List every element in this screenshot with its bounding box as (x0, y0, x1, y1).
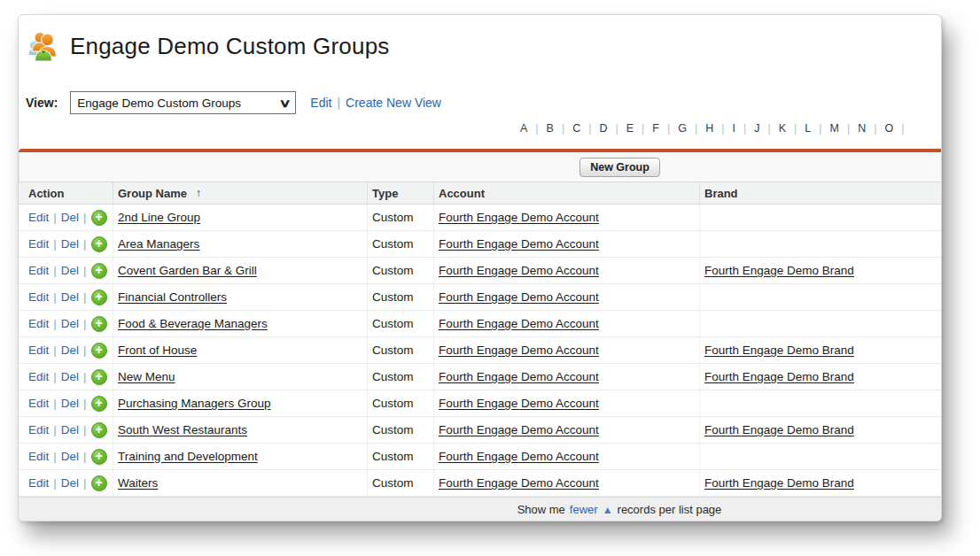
column-header-action[interactable]: Action (19, 182, 113, 204)
account-link[interactable]: Fourth Engage Demo Account (439, 264, 599, 277)
edit-link[interactable]: Edit (28, 317, 49, 330)
add-plus-icon[interactable]: + (91, 449, 107, 465)
add-plus-icon[interactable]: + (91, 236, 107, 252)
alphabet-letter[interactable]: O (884, 122, 893, 135)
del-link[interactable]: Del (61, 450, 79, 463)
add-plus-icon[interactable]: + (91, 475, 107, 491)
account-link[interactable]: Fourth Engage Demo Account (439, 423, 599, 436)
alphabet-letter[interactable]: K (779, 122, 786, 135)
group-name-link[interactable]: Front of House (118, 344, 197, 357)
edit-link[interactable]: Edit (28, 450, 49, 463)
account-link[interactable]: Fourth Engage Demo Account (439, 317, 599, 330)
action-cell: Edit | Del | + (19, 258, 113, 283)
del-link[interactable]: Del (61, 290, 79, 304)
account-link[interactable]: Fourth Engage Demo Account (439, 344, 599, 357)
brand-link[interactable]: Fourth Engage Demo Brand (704, 423, 854, 436)
add-plus-icon[interactable]: + (91, 343, 107, 359)
add-plus-icon[interactable]: + (91, 290, 107, 305)
create-new-view-link[interactable]: Create New View (346, 96, 441, 110)
del-link[interactable]: Del (61, 370, 79, 383)
edit-link[interactable]: Edit (28, 344, 49, 357)
alphabet-letter[interactable]: F (652, 122, 659, 135)
del-link[interactable]: Del (61, 423, 79, 436)
del-link[interactable]: Del (61, 344, 79, 357)
table-row: Edit | Del | + Food & Beverage Managers … (19, 311, 942, 337)
action-cell: Edit | Del | + (19, 364, 113, 390)
brand-link[interactable]: Fourth Engage Demo Brand (704, 264, 854, 277)
group-name-cell: Purchasing Managers Group (113, 390, 368, 416)
new-group-button[interactable]: New Group (579, 158, 660, 177)
group-name-link[interactable]: 2nd Line Group (118, 211, 200, 224)
alphabet-letter[interactable]: B (547, 122, 554, 135)
alphabet-letter[interactable]: I (733, 122, 735, 135)
del-link[interactable]: Del (61, 264, 79, 277)
group-name-link[interactable]: Purchasing Managers Group (118, 397, 271, 410)
add-plus-icon[interactable]: + (91, 369, 107, 385)
group-name-link[interactable]: Area Managers (118, 237, 199, 251)
group-name-link[interactable]: Training and Development (118, 450, 258, 463)
column-header-type[interactable]: Type (368, 182, 434, 204)
group-name-link[interactable]: Financial Controllers (118, 290, 227, 304)
pipe-separator: | (83, 370, 87, 383)
collapse-arrow-icon[interactable]: ▲ (603, 504, 613, 516)
account-link[interactable]: Fourth Engage Demo Account (439, 450, 599, 463)
group-name-link[interactable]: South West Restaurants (118, 423, 247, 436)
account-link[interactable]: Fourth Engage Demo Account (439, 290, 599, 304)
pipe-separator: | (83, 423, 87, 436)
brand-link[interactable]: Fourth Engage Demo Brand (704, 370, 854, 383)
add-plus-icon[interactable]: + (91, 422, 107, 438)
column-header-account[interactable]: Account (434, 182, 700, 204)
group-name-link[interactable]: Waiters (118, 476, 158, 490)
del-link[interactable]: Del (61, 317, 79, 330)
add-plus-icon[interactable]: + (91, 263, 107, 279)
alphabet-letter[interactable]: D (599, 122, 607, 135)
brand-link[interactable]: Fourth Engage Demo Brand (704, 344, 854, 357)
alphabet-letter[interactable]: L (805, 122, 811, 135)
edit-link[interactable]: Edit (28, 423, 49, 436)
alphabet-letter[interactable]: J (754, 122, 759, 135)
edit-link[interactable]: Edit (28, 397, 49, 410)
del-link[interactable]: Del (61, 476, 79, 490)
brand-link[interactable]: Fourth Engage Demo Brand (704, 476, 854, 490)
action-cell: Edit | Del | + (19, 311, 113, 336)
add-plus-icon[interactable]: + (91, 316, 107, 332)
pipe-separator: | (83, 476, 87, 490)
edit-link[interactable]: Edit (28, 290, 49, 304)
alphabet-letter[interactable]: M (830, 122, 839, 135)
show-fewer-link[interactable]: fewer (570, 503, 598, 516)
alphabet-letter[interactable]: A (520, 122, 527, 135)
account-link[interactable]: Fourth Engage Demo Account (439, 397, 599, 410)
page-title: Engage Demo Custom Groups (70, 33, 390, 60)
del-link[interactable]: Del (61, 237, 79, 251)
type-cell: Custom (368, 337, 434, 363)
group-name-link[interactable]: Food & Beverage Managers (118, 317, 268, 330)
edit-link[interactable]: Edit (28, 476, 49, 490)
edit-link[interactable]: Edit (28, 237, 49, 251)
alphabet-letter[interactable]: C (572, 122, 580, 135)
view-select[interactable]: Engage Demo Custom Groups ∨ (70, 91, 296, 114)
account-link[interactable]: Fourth Engage Demo Account (439, 476, 599, 490)
add-plus-icon[interactable]: + (91, 210, 107, 226)
column-header-group-name[interactable]: Group Name ↑ (113, 182, 368, 204)
group-name-link[interactable]: Covent Garden Bar & Grill (118, 264, 257, 277)
edit-link[interactable]: Edit (28, 211, 49, 224)
group-name-link[interactable]: New Menu (118, 370, 175, 383)
del-link[interactable]: Del (61, 211, 79, 224)
type-cell: Custom (368, 231, 434, 257)
account-link[interactable]: Fourth Engage Demo Account (439, 211, 599, 224)
account-cell: Fourth Engage Demo Account (434, 284, 700, 310)
alphabet-letter[interactable]: G (678, 122, 687, 135)
add-plus-icon[interactable]: + (91, 396, 107, 412)
edit-view-link[interactable]: Edit (310, 96, 331, 110)
edit-link[interactable]: Edit (28, 264, 49, 277)
account-link[interactable]: Fourth Engage Demo Account (439, 237, 599, 251)
del-link[interactable]: Del (61, 397, 79, 410)
chevron-down-icon: ∨ (278, 97, 291, 110)
table-row: Edit | Del | + Area Managers Custom Four… (19, 231, 942, 258)
alphabet-letter[interactable]: N (858, 122, 866, 135)
edit-link[interactable]: Edit (28, 370, 49, 383)
column-header-brand[interactable]: Brand (700, 182, 942, 204)
alphabet-letter[interactable]: H (705, 122, 713, 135)
alphabet-letter[interactable]: E (626, 122, 634, 135)
account-link[interactable]: Fourth Engage Demo Account (439, 370, 599, 383)
